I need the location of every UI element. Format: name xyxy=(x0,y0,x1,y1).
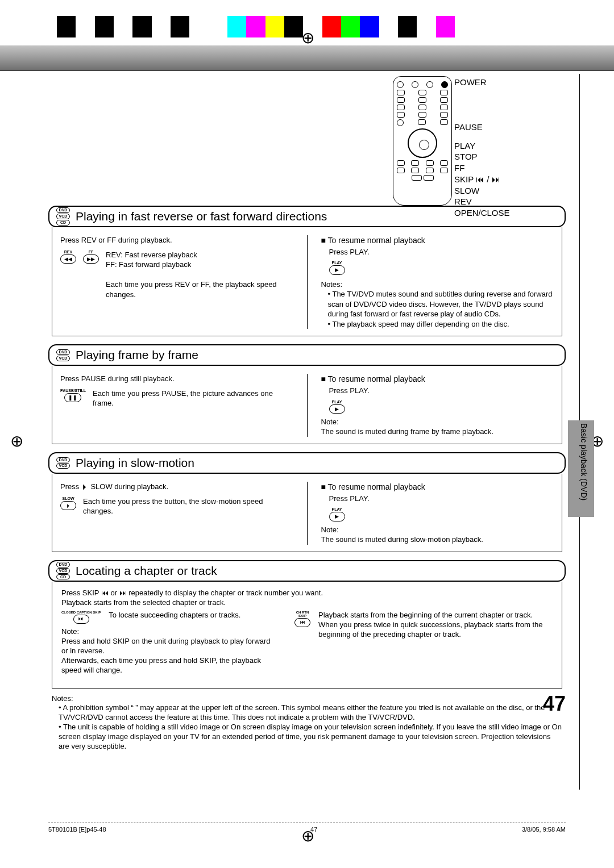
section-title: Locating a chapter or track xyxy=(76,564,217,578)
note-label: Note: xyxy=(61,627,277,637)
bottom-note-2: The unit is capable of holding a still v… xyxy=(59,723,562,752)
ff-desc: FF: Fast forward playback xyxy=(106,260,293,270)
label-play: PLAY xyxy=(454,141,545,152)
note-2: The playback speed may differ depending … xyxy=(328,319,554,329)
label-pause: PAUSE xyxy=(454,122,545,133)
resume-heading: To resume normal playback xyxy=(321,482,554,493)
section-title: Playing in fast reverse or fast forward … xyxy=(76,210,327,223)
side-tab-label: Basic playback (DVD) xyxy=(579,423,588,500)
bottom-note-1: A prohibition symbol “ ” may appear at t… xyxy=(59,703,562,723)
resume-heading: To resume normal playback xyxy=(321,374,554,385)
note-label: Note: xyxy=(321,417,554,427)
slow-button-icon: SLOW ⏵ xyxy=(60,496,76,510)
section-title: Playing in slow-motion xyxy=(76,456,194,470)
note-1: The sound is muted during slow-motion pl… xyxy=(321,535,554,545)
note-label: Note: xyxy=(321,525,554,535)
section-slow-body: Press ⏵ SLOW during playback. Each time … xyxy=(52,474,562,552)
footer-file: 5T80101B [E]p45-48 xyxy=(48,826,106,833)
section-fast-rev-body: Press REV or FF during playback. REV ◀◀ … xyxy=(52,227,562,336)
label-stop: STOP xyxy=(454,152,545,162)
remote-illustration xyxy=(393,76,452,206)
page-number: 47 xyxy=(543,692,566,716)
play-button-icon: PLAY ▶ xyxy=(329,261,345,274)
registration-mark-left: ⊕ xyxy=(10,432,23,450)
section-slow-header: DVD VCD Playing in slow-motion xyxy=(48,452,566,474)
line2: Playback starts from the selected chapte… xyxy=(61,598,553,608)
resume-action: Press PLAY. xyxy=(329,494,554,504)
skip-back-button-icon: CH RTN SKIP ⏮ xyxy=(294,611,310,627)
label-power: POWER xyxy=(454,77,545,88)
section-title: Playing frame by frame xyxy=(76,348,198,362)
footer-date: 3/8/05, 9:58 AM xyxy=(522,826,566,833)
note-line2: Afterwards, each time you press and hold… xyxy=(61,656,277,675)
instruction: Press REV or FF during playback. xyxy=(60,235,293,245)
ff-button-icon: FF ▶▶ xyxy=(83,250,99,264)
skip-fwd-button-icon: CLOSED CAPTION SKIP ⏭ xyxy=(61,611,101,624)
frame-advance-note: Each time you press PAUSE, the picture a… xyxy=(93,389,293,408)
label-ff: FF xyxy=(454,163,545,174)
instruction: Press ⏵ SLOW during playback. xyxy=(60,482,293,492)
resume-action: Press PLAY. xyxy=(329,247,554,257)
header-gradient xyxy=(0,45,614,71)
play-button-icon: PLAY ▶ xyxy=(329,507,345,521)
label-open: OPEN/CLOSE xyxy=(454,208,545,219)
play-button-icon: PLAY ▶ xyxy=(329,400,345,414)
instruction: Press PAUSE during still playback. xyxy=(60,374,293,384)
disc-badges: DVD VCD CD xyxy=(56,207,70,225)
bottom-notes: Notes: A prohibition symbol “ ” may appe… xyxy=(52,694,562,752)
resume-heading: To resume normal playback xyxy=(321,235,554,246)
resume-action: Press PLAY. xyxy=(329,386,554,396)
speed-change-note: Each time you press REV or FF, the playb… xyxy=(106,279,293,299)
notes-label: Notes: xyxy=(321,279,554,290)
footer-page: 47 xyxy=(310,826,317,833)
instruction: Press SKIP ⏮ or ⏭ repeatedly to display … xyxy=(61,589,553,598)
rev-desc: REV: Fast reverse playback xyxy=(106,250,293,260)
pause-button-icon: PAUSE/STILL ❚❚ xyxy=(60,389,86,402)
disc-badges: DVD VCD xyxy=(56,349,70,361)
disc-badges: DVD VCD xyxy=(56,457,70,469)
section-frame-header: DVD VCD Playing frame by frame xyxy=(48,344,566,366)
label-slow: SLOW xyxy=(454,186,545,197)
slow-speed-note: Each time you press the button, the slow… xyxy=(83,496,293,516)
note-1: The TV/DVD mutes sound and subtitles dur… xyxy=(328,289,554,319)
skip-back-text1: Playback starts from the beginning of th… xyxy=(318,611,553,620)
skip-fwd-text: To locate succeeding chapters or tracks. xyxy=(109,611,240,620)
rev-button-icon: REV ◀◀ xyxy=(60,250,76,264)
note-line1: Press and hold SKIP on the unit during p… xyxy=(61,637,277,656)
section-locate-body: Press SKIP ⏮ or ⏭ repeatedly to display … xyxy=(52,582,562,688)
disc-badges: DVD VCD CD xyxy=(56,562,70,579)
section-locate-header: DVD VCD CD Locating a chapter or track xyxy=(48,560,566,582)
note-1: The sound is muted during frame by frame… xyxy=(321,427,554,437)
notes-label: Notes: xyxy=(52,694,562,704)
remote-labels: POWER PAUSE PLAY STOP FF SKIP ⏮ / ⏭ SLOW… xyxy=(454,77,545,219)
print-color-bar xyxy=(57,16,455,37)
section-frame-body: Press PAUSE during still playback. PAUSE… xyxy=(52,366,562,444)
registration-mark-top: ⊕ xyxy=(301,28,314,47)
page-content: POWER PAUSE PLAY STOP FF SKIP ⏮ / ⏭ SLOW… xyxy=(48,74,566,752)
skip-back-text2: When you press twice in quick succession… xyxy=(318,620,553,640)
footer: 5T80101B [E]p45-48 47 3/8/05, 9:58 AM xyxy=(48,822,566,833)
label-rev: REV xyxy=(454,197,545,207)
label-skip: SKIP ⏮ / ⏭ xyxy=(454,174,545,185)
